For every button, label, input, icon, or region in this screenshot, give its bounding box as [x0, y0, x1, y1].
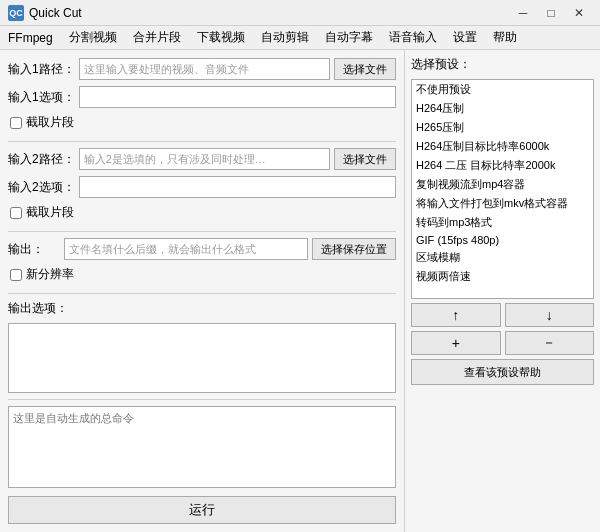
output-options-textarea[interactable]	[8, 323, 396, 393]
menu-split[interactable]: 分割视频	[61, 28, 125, 47]
maximize-button[interactable]: □	[538, 3, 564, 23]
preset-label: 选择预设：	[411, 56, 594, 73]
input2-path-row: 输入2路径： 选择文件	[8, 148, 396, 170]
resolution-checkbox-row: 新分辨率	[10, 266, 396, 283]
output-options-row: 输出选项：	[8, 300, 396, 317]
preset-up-button[interactable]: ↑	[411, 303, 501, 327]
preset-item[interactable]: H264 二压 目标比特率2000k	[412, 156, 593, 175]
input1-browse-button[interactable]: 选择文件	[334, 58, 396, 80]
divider3	[8, 293, 396, 294]
menu-settings[interactable]: 设置	[445, 28, 485, 47]
input2-options-row: 输入2选项：	[8, 176, 396, 198]
preset-item[interactable]: H264压制目标比特率6000k	[412, 137, 593, 156]
input2-path-field[interactable]	[79, 148, 330, 170]
input1-path-row: 输入1路径： 选择文件	[8, 58, 396, 80]
divider4	[8, 399, 396, 400]
clip1-checkbox-row: 截取片段	[10, 114, 396, 131]
close-button[interactable]: ✕	[566, 3, 592, 23]
left-panel: 输入1路径： 选择文件 输入1选项： 截取片段 输入2路径： 选择文件 输入2选…	[0, 50, 405, 532]
preset-item[interactable]: H265压制	[412, 118, 593, 137]
command-textarea[interactable]	[8, 406, 396, 488]
preset-remove-button[interactable]: －	[505, 331, 595, 355]
minimize-button[interactable]: ─	[510, 3, 536, 23]
divider2	[8, 231, 396, 232]
main-content: 输入1路径： 选择文件 输入1选项： 截取片段 输入2路径： 选择文件 输入2选…	[0, 50, 600, 532]
menu-bar: FFmpeg 分割视频 合并片段 下载视频 自动剪辑 自动字幕 语音输入 设置 …	[0, 26, 600, 50]
preset-item[interactable]: 复制视频流到mp4容器	[412, 175, 593, 194]
preset-list[interactable]: 不使用预设H264压制H265压制H264压制目标比特率6000kH264 二压…	[411, 79, 594, 299]
resolution-checkbox[interactable]	[10, 269, 22, 281]
menu-voice-input[interactable]: 语音输入	[381, 28, 445, 47]
input1-options-field[interactable]	[79, 86, 396, 108]
clip2-checkbox[interactable]	[10, 207, 22, 219]
preset-nav: ↑ ↓	[411, 303, 594, 327]
input2-options-label: 输入2选项：	[8, 179, 75, 196]
input1-path-label: 输入1路径：	[8, 61, 75, 78]
output-browse-button[interactable]: 选择保存位置	[312, 238, 396, 260]
clip1-label: 截取片段	[26, 114, 74, 131]
menu-download[interactable]: 下载视频	[189, 28, 253, 47]
preset-down-button[interactable]: ↓	[505, 303, 595, 327]
preset-item[interactable]: 不使用预设	[412, 80, 593, 99]
input2-path-label: 输入2路径：	[8, 151, 75, 168]
clip1-checkbox[interactable]	[10, 117, 22, 129]
output-options-label: 输出选项：	[8, 300, 68, 317]
window-controls: ─ □ ✕	[510, 3, 592, 23]
preset-item[interactable]: 视频两倍速	[412, 267, 593, 286]
preset-help-button[interactable]: 查看该预设帮助	[411, 359, 594, 385]
right-panel: 选择预设： 不使用预设H264压制H265压制H264压制目标比特率6000kH…	[405, 50, 600, 532]
preset-action-row: + －	[411, 331, 594, 355]
title-left: QC Quick Cut	[8, 5, 82, 21]
run-btn-container: 运行	[8, 496, 396, 524]
preset-item[interactable]: 转码到mp3格式	[412, 213, 593, 232]
input2-options-field[interactable]	[79, 176, 396, 198]
input1-options-row: 输入1选项：	[8, 86, 396, 108]
menu-auto-cut[interactable]: 自动剪辑	[253, 28, 317, 47]
output-row: 输出： 选择保存位置	[8, 238, 396, 260]
divider1	[8, 141, 396, 142]
input1-path-field[interactable]	[79, 58, 330, 80]
clip2-checkbox-row: 截取片段	[10, 204, 396, 221]
clip2-label: 截取片段	[26, 204, 74, 221]
resolution-label: 新分辨率	[26, 266, 74, 283]
menu-ffmpeg[interactable]: FFmpeg	[0, 28, 61, 47]
input1-options-label: 输入1选项：	[8, 89, 75, 106]
preset-item[interactable]: H264压制	[412, 99, 593, 118]
menu-help[interactable]: 帮助	[485, 28, 525, 47]
input2-browse-button[interactable]: 选择文件	[334, 148, 396, 170]
preset-item[interactable]: 区域模糊	[412, 248, 593, 267]
title-bar: QC Quick Cut ─ □ ✕	[0, 0, 600, 26]
run-button[interactable]: 运行	[8, 496, 396, 524]
output-label: 输出：	[8, 241, 60, 258]
preset-add-button[interactable]: +	[411, 331, 501, 355]
output-field[interactable]	[64, 238, 308, 260]
menu-merge[interactable]: 合并片段	[125, 28, 189, 47]
app-icon: QC	[8, 5, 24, 21]
preset-item[interactable]: GIF (15fps 480p)	[412, 232, 593, 248]
app-title: Quick Cut	[29, 6, 82, 20]
preset-item[interactable]: 将输入文件打包到mkv格式容器	[412, 194, 593, 213]
menu-auto-subtitle[interactable]: 自动字幕	[317, 28, 381, 47]
